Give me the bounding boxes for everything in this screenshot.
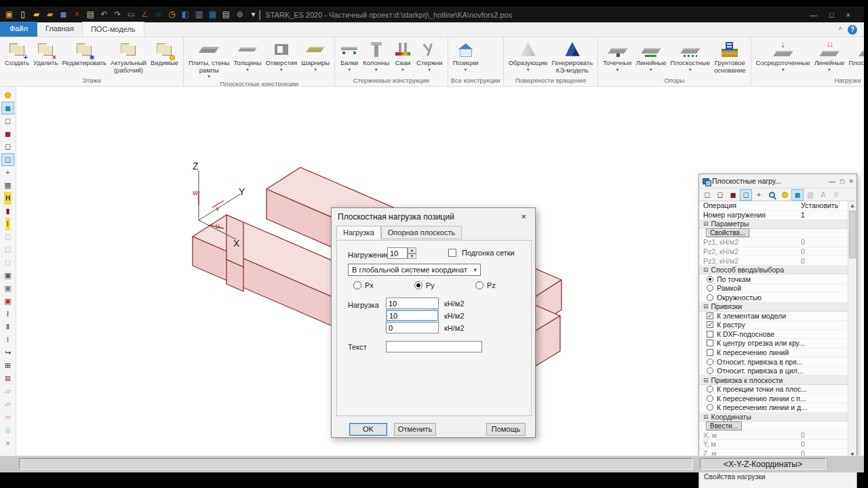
ribbon-button-образующие[interactable]: Образующие▼ <box>507 39 550 73</box>
panel-scrollbar[interactable]: ▲ ▼ <box>848 201 856 459</box>
delete-icon[interactable]: × <box>72 9 82 20</box>
mesh-add-icon[interactable]: ⊞ <box>1 359 14 372</box>
lightbulb-icon[interactable] <box>1 89 14 102</box>
bar-add-icon[interactable]: I <box>1 308 14 321</box>
spin-down-icon[interactable]: ▼ <box>408 253 416 260</box>
collapse-icon[interactable]: ⊟ <box>703 266 709 273</box>
tab-pos-model[interactable]: ПОС-модель <box>82 22 144 37</box>
ribbon-button-позиции[interactable]: Позиции▼ <box>451 39 481 73</box>
loadcase-input[interactable] <box>387 247 408 259</box>
checkbox-icon[interactable] <box>707 340 713 346</box>
radio-icon[interactable] <box>707 285 713 291</box>
scroll-thumb[interactable] <box>849 211 856 258</box>
panel-close-icon[interactable]: × <box>849 178 853 185</box>
enter-coords-button[interactable]: Ввести... <box>706 422 742 430</box>
chart-icon[interactable]: ◧ <box>180 9 191 20</box>
ribbon-button-линейные[interactable]: ↓↓Линейные▼ <box>812 39 847 73</box>
property-row[interactable]: К пересечению линии и д... <box>699 403 848 413</box>
help-icon[interactable]: ? <box>848 25 857 35</box>
checkbox-icon[interactable] <box>707 349 713 356</box>
plate-del-icon[interactable]: ▱ <box>1 411 14 424</box>
zoom-icon[interactable]: ○ <box>153 9 163 20</box>
settings-icon[interactable]: ⊛ <box>235 9 245 20</box>
load-value-input-2[interactable] <box>386 310 439 321</box>
pos-view-icon[interactable]: ◻ <box>1 243 14 256</box>
property-row[interactable]: По точкам <box>699 274 848 284</box>
property-row[interactable]: Относит. привязка в цил... <box>699 367 848 376</box>
ribbon-button-толщины[interactable]: Толщины▼ <box>232 39 264 73</box>
property-row[interactable]: Свойства... <box>699 229 848 239</box>
dialog-tab-load[interactable]: Нагрузка <box>336 226 381 239</box>
property-row[interactable]: ⊟Привязки <box>699 302 848 312</box>
ribbon-button-сосредоточенные[interactable]: ↓Сосредоточенные▼ <box>754 39 812 73</box>
move-icon[interactable]: + <box>1 166 14 179</box>
property-row[interactable]: К пересечению линий <box>699 348 848 358</box>
numbers-icon[interactable]: # <box>830 189 842 201</box>
section-h-icon[interactable]: H <box>1 192 14 205</box>
radio-icon[interactable] <box>707 386 713 392</box>
radio-py[interactable]: Py <box>414 281 435 289</box>
redirect-icon[interactable]: ↪ <box>1 346 14 359</box>
fill-icon[interactable]: ▮ <box>1 205 14 218</box>
ribbon-button-грунтовое[interactable]: Грунтовоеоснование <box>712 39 748 75</box>
draw-add-icon[interactable]: ▣ <box>1 269 14 282</box>
grid-fit-checkbox[interactable] <box>448 249 456 257</box>
paste-icon[interactable]: ▤ <box>85 9 96 20</box>
property-row[interactable]: ⊟Координаты <box>699 413 848 422</box>
checkbox-icon[interactable]: ✓ <box>707 312 713 319</box>
scroll-up-icon[interactable]: ▲ <box>848 201 856 210</box>
spin-up-icon[interactable]: ▲ <box>408 247 416 253</box>
clock-icon[interactable]: ◷ <box>167 9 177 20</box>
load-value-input-3[interactable] <box>386 322 439 333</box>
panel-maximize-icon[interactable]: □ <box>840 178 844 185</box>
property-row[interactable]: К центру отрезка или кру... <box>699 339 848 348</box>
mesh-delete-icon[interactable]: ⊠ <box>1 372 14 385</box>
ribbon-button-точечные[interactable]: Точечные▼ <box>601 39 633 73</box>
ribbon-button-плоскостные[interactable]: Плоскостные▼ <box>668 39 712 73</box>
property-row[interactable]: Относит. привязка в пря... <box>699 357 848 367</box>
bulb-icon[interactable] <box>778 189 791 201</box>
checkbox-icon[interactable] <box>707 331 713 338</box>
collapse-icon[interactable]: ⊟ <box>703 220 709 227</box>
text-input[interactable] <box>386 341 482 352</box>
ribbon-button-создать[interactable]: +Создать <box>3 39 31 68</box>
cube-view2-icon[interactable]: ◻ <box>1 153 14 166</box>
radio-icon[interactable] <box>707 276 713 283</box>
ribbon-button-удалить[interactable]: ×Удалить <box>31 39 60 68</box>
collapse-ribbon-icon[interactable]: ^ <box>839 26 842 34</box>
close-button[interactable]: × <box>846 11 850 19</box>
more-icon[interactable]: ▾ <box>248 9 258 20</box>
ribbon-button-балки[interactable]: Балки▼ <box>338 39 361 73</box>
import-file-icon[interactable]: ▰ <box>45 9 55 20</box>
ribbon-button-видимые[interactable]: Видимые <box>149 39 180 68</box>
angle-icon[interactable]: ∠ <box>140 9 150 20</box>
table-icon[interactable]: ▦ <box>208 9 218 20</box>
render-icon[interactable]: ◼ <box>791 189 804 201</box>
minimize-button[interactable]: — <box>810 11 817 19</box>
home-icon[interactable]: ⌂ <box>1 424 14 436</box>
maximize-button[interactable]: □ <box>829 11 834 19</box>
property-row[interactable]: К пересечению линии с п... <box>699 394 848 403</box>
pos-add-icon[interactable]: ◻ <box>1 230 14 243</box>
bar-pair-icon[interactable]: Ⅱ <box>1 321 14 333</box>
ribbon-button-шарниры[interactable]: Шарниры▼ <box>299 39 332 73</box>
property-row[interactable]: ⊟Способ ввода/выбора <box>699 266 848 275</box>
coord-system-select[interactable]: В глобальной системе координат ▾ <box>348 264 481 276</box>
ribbon-button-отверстия[interactable]: Отверстия▼ <box>263 39 299 73</box>
property-row[interactable]: Окружностью <box>699 293 848 302</box>
pos-light-icon[interactable]: ◻ <box>1 256 14 269</box>
bar-delete-icon[interactable]: I <box>1 333 14 346</box>
undo-icon[interactable]: ↶ <box>99 9 109 20</box>
radio-icon[interactable] <box>707 395 713 402</box>
property-row[interactable]: ✓К растру <box>699 321 848 330</box>
cube-solid-icon[interactable]: ◼ <box>727 189 739 201</box>
ribbon-button-плиты-стены[interactable]: Плиты, стенырампы▼ <box>186 39 232 79</box>
ribbon-button-стержни[interactable]: Стержни▼ <box>414 39 445 73</box>
property-row[interactable]: ✓К элементам модели <box>699 312 848 321</box>
open-file-icon[interactable]: ▰ <box>31 9 41 20</box>
property-row[interactable]: ⊟Параметры <box>699 220 848 229</box>
ribbon-button-линейные[interactable]: Линейные▼ <box>634 39 669 73</box>
new-file-icon[interactable]: ▯ <box>18 9 28 20</box>
property-row[interactable]: К DXF-подоснове <box>699 330 848 340</box>
redo-icon[interactable]: ↷ <box>113 9 123 20</box>
